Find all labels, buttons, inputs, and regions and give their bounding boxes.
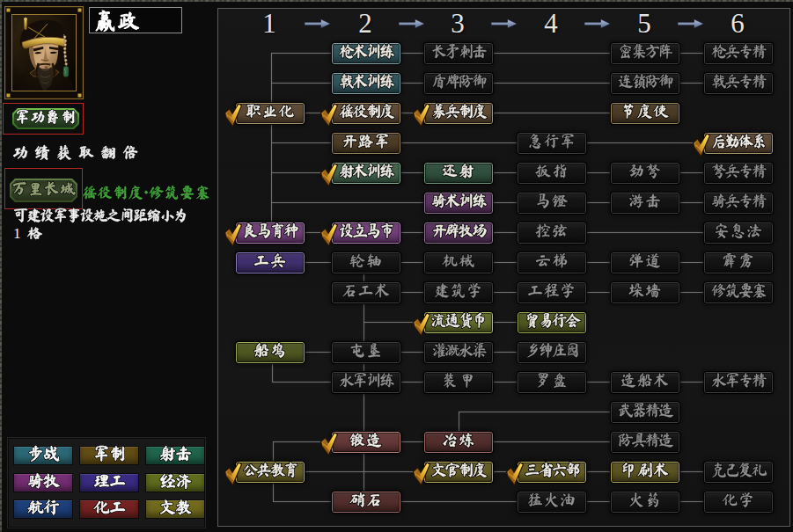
window-edge-left	[0, 0, 2, 532]
tech-node[interactable]	[611, 252, 679, 273]
wonder-button[interactable]	[10, 179, 77, 202]
check-icon	[223, 222, 244, 247]
tech-node[interactable]	[424, 432, 493, 453]
tech-node[interactable]	[611, 103, 679, 124]
cjk-text	[12, 145, 145, 164]
cjk-text	[628, 193, 663, 213]
tech-node[interactable]	[611, 432, 679, 453]
tech-node[interactable]	[424, 342, 493, 363]
tech-node[interactable]	[704, 163, 773, 184]
tech-node[interactable]	[704, 282, 773, 303]
tech-node[interactable]	[704, 43, 773, 64]
tech-node[interactable]	[611, 462, 679, 483]
tech-node[interactable]	[611, 402, 679, 423]
tech-node[interactable]	[332, 103, 400, 124]
tree-link	[678, 382, 704, 383]
tech-node[interactable]	[704, 133, 773, 154]
tech-node[interactable]	[236, 462, 305, 483]
tree-link	[584, 262, 611, 263]
legend-chemistry[interactable]	[80, 500, 138, 518]
tech-node[interactable]	[611, 193, 679, 214]
tech-node[interactable]	[611, 163, 679, 184]
tech-node[interactable]	[704, 492, 773, 513]
tech-node[interactable]	[332, 163, 400, 184]
legend-navigation[interactable]	[14, 500, 72, 518]
column-number: 1	[252, 8, 287, 40]
tech-node[interactable]	[518, 342, 586, 363]
tech-node[interactable]	[611, 492, 679, 513]
tech-node[interactable]	[424, 222, 493, 244]
tree-link	[491, 172, 518, 173]
legend-cavalry[interactable]	[14, 474, 72, 492]
tech-node[interactable]	[518, 193, 586, 214]
tech-node[interactable]	[611, 282, 679, 303]
tech-node[interactable]	[704, 252, 773, 273]
tree-link	[584, 501, 611, 502]
cjk-text	[618, 433, 672, 452]
tech-node[interactable]	[236, 103, 305, 124]
tech-node[interactable]	[424, 193, 493, 214]
tech-node[interactable]	[518, 252, 586, 273]
tree-link	[584, 232, 704, 233]
tech-node[interactable]	[424, 462, 493, 483]
tech-node[interactable]	[611, 43, 679, 64]
legend-archery[interactable]	[146, 447, 204, 464]
tech-node[interactable]	[424, 252, 493, 273]
check-icon	[411, 312, 432, 337]
tech-node[interactable]	[704, 193, 773, 214]
tech-node[interactable]	[332, 492, 400, 513]
cjk-text	[620, 463, 670, 482]
tech-node[interactable]	[332, 133, 400, 154]
tech-node[interactable]	[424, 312, 493, 333]
wonder-requirements	[82, 186, 211, 208]
tech-node[interactable]	[424, 73, 493, 94]
cjk-text	[159, 446, 192, 466]
tech-node[interactable]	[518, 312, 586, 333]
tree-link	[678, 202, 704, 203]
tech-node[interactable]	[332, 252, 400, 273]
tech-node[interactable]	[611, 73, 679, 94]
tech-node[interactable]	[518, 163, 586, 184]
tech-node[interactable]	[518, 282, 586, 303]
tech-node[interactable]	[518, 372, 586, 393]
tech-node[interactable]	[704, 462, 773, 483]
svg-text:1: 1	[13, 224, 21, 242]
tech-node[interactable]	[332, 282, 400, 303]
cjk-text	[341, 134, 391, 153]
tech-node[interactable]	[236, 222, 305, 244]
tech-node[interactable]	[704, 73, 773, 94]
legend-military[interactable]	[80, 447, 138, 464]
tech-node[interactable]	[332, 432, 400, 453]
tech-node[interactable]	[518, 492, 586, 513]
tech-node[interactable]	[236, 252, 305, 273]
legend-culture[interactable]	[146, 500, 204, 518]
cjk-text	[159, 499, 192, 520]
skill-button[interactable]	[12, 108, 79, 129]
tech-node[interactable]	[332, 222, 400, 244]
tech-node[interactable]	[332, 43, 400, 64]
legend-economy[interactable]	[146, 474, 204, 492]
tech-node[interactable]	[704, 222, 773, 244]
tech-node[interactable]	[518, 222, 586, 244]
legend-infantry[interactable]	[14, 447, 72, 464]
tree-link	[491, 202, 518, 203]
tech-node[interactable]	[332, 73, 400, 94]
tech-node[interactable]	[332, 342, 400, 363]
tech-node[interactable]	[236, 342, 305, 363]
tech-node[interactable]	[518, 462, 586, 483]
tech-node[interactable]	[518, 133, 586, 154]
tech-node[interactable]	[424, 163, 493, 184]
tree-link	[678, 501, 704, 502]
tech-node[interactable]	[424, 103, 493, 124]
tech-node[interactable]	[424, 282, 493, 303]
tech-node[interactable]	[424, 372, 493, 393]
tree-link	[399, 83, 424, 84]
tree-link	[491, 232, 518, 233]
tech-node[interactable]	[332, 372, 400, 393]
tech-node[interactable]	[424, 43, 493, 64]
column-number: 4	[533, 8, 569, 40]
legend-engineering[interactable]	[80, 474, 138, 492]
tree-link	[399, 501, 518, 502]
tech-node[interactable]	[611, 372, 679, 393]
tech-node[interactable]	[704, 372, 773, 393]
